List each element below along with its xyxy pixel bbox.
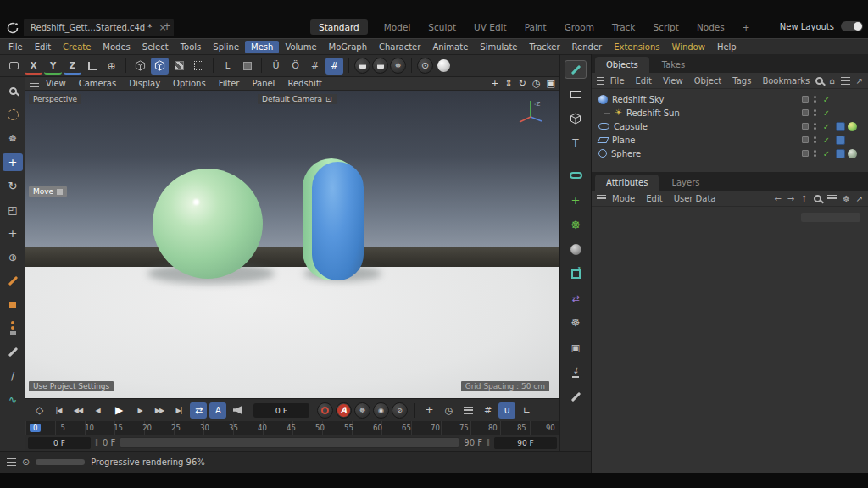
- layout-tab-groom[interactable]: Groom: [563, 19, 596, 35]
- green-sphere-object[interactable]: [153, 169, 263, 279]
- prev-frame-button[interactable]: ◀: [89, 402, 106, 419]
- visibility-dots[interactable]: [813, 136, 817, 143]
- knife-tool-button[interactable]: /: [3, 367, 23, 385]
- add-generator-button[interactable]: +: [565, 191, 587, 209]
- current-frame-field[interactable]: 0 F: [253, 403, 309, 418]
- model-mode-button[interactable]: [151, 58, 169, 75]
- forward-arrow-icon[interactable]: →: [787, 194, 794, 203]
- range-end-field[interactable]: 90 F: [494, 437, 557, 449]
- sphere-primitive-button[interactable]: [565, 240, 587, 258]
- swatch-button[interactable]: [3, 296, 23, 313]
- keyframe-selection-button[interactable]: ◉: [373, 402, 389, 419]
- add-layout-tab-button[interactable]: +: [741, 19, 752, 35]
- enabled-check-icon[interactable]: ✓: [821, 136, 832, 145]
- points-mode-button[interactable]: [190, 58, 208, 75]
- search-tool-button[interactable]: [3, 82, 23, 100]
- hud-grid-button[interactable]: #: [479, 402, 496, 419]
- mograph-tool-button[interactable]: [3, 319, 23, 337]
- menu-tracker[interactable]: Tracker: [523, 41, 565, 53]
- search-icon[interactable]: [814, 195, 821, 202]
- attr-menu-mode[interactable]: Mode: [607, 193, 640, 204]
- viewport-layout-button[interactable]: [5, 58, 23, 75]
- layout-tab-sculpt[interactable]: Sculpt: [426, 19, 458, 35]
- filter-icon[interactable]: [841, 77, 850, 85]
- vp-menu-panel[interactable]: Panel: [246, 78, 281, 89]
- range-slider-track[interactable]: [120, 437, 459, 448]
- goto-start-button[interactable]: |◀: [50, 402, 67, 419]
- layout-tab-script[interactable]: Script: [651, 19, 680, 35]
- obj-menu-bookmarks[interactable]: Bookmarks: [757, 75, 815, 86]
- vp-menu-filter[interactable]: Filter: [213, 78, 246, 89]
- spline-smooth-button[interactable]: ∿: [3, 391, 23, 408]
- keyframe-diamond-icon[interactable]: ◇: [31, 402, 47, 419]
- status-menu-icon[interactable]: [7, 458, 16, 466]
- pla-button[interactable]: ⊘: [392, 402, 408, 419]
- goto-end-button[interactable]: ▶|: [170, 402, 187, 419]
- range-end-grip[interactable]: ‖: [487, 439, 490, 446]
- texture-mode-button[interactable]: [170, 58, 188, 75]
- object-row-plane[interactable]: Plane ✓: [592, 133, 868, 147]
- menu-select[interactable]: Select: [136, 41, 175, 53]
- modifier-gear-button[interactable]: ☸: [565, 313, 587, 332]
- snap-mode-button[interactable]: Ö: [287, 58, 304, 75]
- camera-icon[interactable]: ⊡: [326, 95, 332, 103]
- camera-label[interactable]: Default Camera ⊡: [258, 94, 337, 104]
- menu-animate[interactable]: Animate: [426, 41, 474, 53]
- layout-tab-model[interactable]: Model: [382, 19, 413, 35]
- menu-render[interactable]: Render: [566, 41, 609, 53]
- obj-menu-edit[interactable]: Edit: [631, 75, 657, 86]
- enabled-check-icon[interactable]: ✓: [821, 149, 832, 158]
- enabled-check-icon[interactable]: ✓: [821, 122, 832, 131]
- workplane-tile-button[interactable]: [238, 58, 256, 75]
- generator-gear-button[interactable]: ☸: [565, 215, 587, 234]
- object-row-redshift-sun[interactable]: ☀ Redshift Sun ✓: [592, 106, 868, 119]
- import-asset-button[interactable]: ↓: [565, 363, 587, 381]
- menu-window[interactable]: Window: [665, 41, 710, 53]
- axis-x-lock-button[interactable]: X: [25, 58, 42, 75]
- menu-edit[interactable]: Edit: [29, 41, 57, 53]
- visibility-dots[interactable]: [813, 123, 817, 130]
- range-start-field[interactable]: 0 F: [28, 437, 91, 449]
- menu-mograph[interactable]: MoGraph: [323, 41, 373, 53]
- scale-tool-button[interactable]: ◰: [3, 201, 23, 219]
- workplane-button[interactable]: [83, 58, 101, 75]
- layer-square-icon[interactable]: [802, 136, 809, 143]
- render-picture-viewer-button[interactable]: [372, 58, 388, 74]
- material-tag-icon[interactable]: [848, 122, 857, 131]
- tab-layers[interactable]: Layers: [660, 175, 710, 191]
- menu-create[interactable]: Create: [57, 41, 97, 53]
- next-key-button[interactable]: ▶▶: [151, 402, 168, 419]
- enabled-check-icon[interactable]: ✓: [821, 95, 832, 104]
- crosshair-button[interactable]: +: [420, 402, 437, 419]
- gear-icon[interactable]: ☸: [843, 194, 850, 203]
- keying-settings-button[interactable]: ☸: [354, 402, 370, 419]
- viewport-canvas[interactable]: Perspective Default Camera ⊡ Move Use Pr…: [25, 91, 559, 398]
- project-settings-label[interactable]: Use Project Settings: [29, 381, 114, 391]
- snap-enable-button[interactable]: Ü: [267, 58, 285, 75]
- vp-menu-cameras[interactable]: Cameras: [73, 78, 122, 89]
- layout-tab-uvedit[interactable]: UV Edit: [472, 19, 509, 35]
- obj-menu-tags[interactable]: Tags: [727, 75, 756, 86]
- menu-mesh[interactable]: Mesh: [245, 41, 279, 53]
- tweak-tool-button[interactable]: ☸: [3, 130, 23, 147]
- blue-capsule-object[interactable]: [312, 162, 364, 280]
- axis-y-lock-button[interactable]: Y: [44, 58, 62, 75]
- obj-menu-view[interactable]: View: [658, 75, 688, 86]
- prev-key-button[interactable]: ◀◀: [70, 402, 86, 419]
- menu-file[interactable]: File: [3, 41, 29, 53]
- home-icon[interactable]: ⌂: [829, 76, 834, 86]
- make-editable-button[interactable]: [131, 58, 149, 75]
- record-button[interactable]: [317, 402, 333, 419]
- attr-menu-userdata[interactable]: User Data: [669, 193, 721, 204]
- autokey-button[interactable]: A: [336, 402, 352, 419]
- new-layouts-label[interactable]: New Layouts: [780, 22, 834, 31]
- redshift-tag-icon[interactable]: [836, 122, 845, 131]
- capsule-primitive-button[interactable]: [565, 166, 587, 185]
- range-start-grip[interactable]: ‖: [95, 439, 98, 446]
- timeline-ruler[interactable]: 0 5 10 15 20 25 30 35 40 45 50 55 60 65 …: [25, 421, 559, 435]
- tab-attributes[interactable]: Attributes: [595, 175, 659, 191]
- interactive-render-button[interactable]: ⊙: [417, 58, 433, 74]
- search-icon[interactable]: [815, 77, 823, 85]
- world-axis-button[interactable]: ⊕: [3, 248, 23, 266]
- cube-primitive-button[interactable]: [565, 109, 587, 128]
